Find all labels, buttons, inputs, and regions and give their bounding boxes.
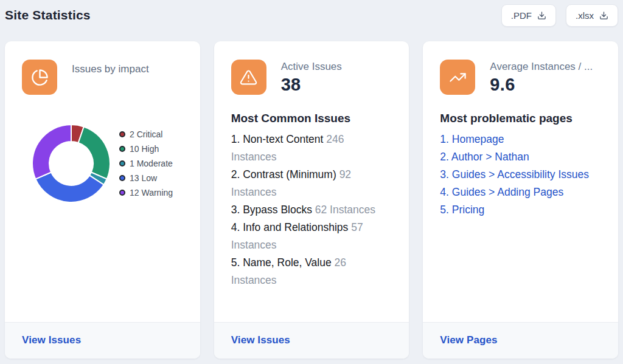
legend-item-moderate[interactable]: 1 Moderate <box>119 156 173 171</box>
active-issues-value: 38 <box>281 75 342 95</box>
legend-dot <box>119 160 125 167</box>
card-active-header: Active Issues 38 <box>214 41 409 95</box>
issue-name: 1. Non-text Content <box>231 133 324 145</box>
most-common-issues-title: Most Common Issues <box>231 112 392 125</box>
average-instances-label: Average Instances / ... <box>490 60 593 73</box>
card-active-footer: View Issues <box>214 322 409 359</box>
view-pages-link[interactable]: View Pages <box>440 334 497 346</box>
pie-chart-icon <box>22 60 57 95</box>
page-item: 2. Author > Nathan <box>440 148 601 166</box>
issue-item: 2. Contrast (Minimum) 92 Instances <box>231 166 392 201</box>
issue-item: 3. Bypass Blocks 62 Instances <box>231 201 392 219</box>
card-average-body: Most problematic pages 1. Homepage2. Aut… <box>423 95 618 219</box>
page-item: 3. Guides > Accessibility Issues <box>440 166 601 184</box>
page-link[interactable]: 4. Guides > Adding Pages <box>440 186 563 198</box>
impact-chart-row: 2 Critical10 High1 Moderate13 Low12 Warn… <box>5 123 200 204</box>
legend-item-warning[interactable]: 12 Warning <box>119 185 173 200</box>
page-header: Site Statistics .PDF .xlsx <box>0 0 623 30</box>
issue-item: 5. Name, Role, Value 26 Instances <box>231 254 392 289</box>
issue-name: 2. Contrast (Minimum) <box>231 168 336 180</box>
legend-label: 12 Warning <box>130 185 173 200</box>
issue-name: 3. Bypass Blocks <box>231 204 312 216</box>
issue-item: 4. Info and Relationships 57 Instances <box>231 219 392 254</box>
card-active-body: Most Common Issues 1. Non-text Content 2… <box>214 95 409 289</box>
average-instances-value: 9.6 <box>490 75 593 95</box>
card-average-header: Average Instances / ... 9.6 <box>423 41 618 95</box>
download-icon <box>537 11 546 20</box>
page-item: 4. Guides > Adding Pages <box>440 184 601 201</box>
legend-label: 13 Low <box>130 171 157 185</box>
most-problematic-pages-title: Most problematic pages <box>440 112 601 125</box>
legend-dot <box>119 146 125 152</box>
download-icon <box>599 11 608 20</box>
card-active-issues: Active Issues 38 Most Common Issues 1. N… <box>214 41 409 359</box>
page-link[interactable]: 2. Author > Nathan <box>440 151 529 163</box>
card-impact-header: Issues by impact <box>5 41 200 95</box>
export-xlsx-button[interactable]: .xlsx <box>566 4 618 27</box>
card-impact-footer: View Issues <box>5 322 200 359</box>
warning-triangle-icon <box>231 60 266 95</box>
legend-label: 2 Critical <box>130 127 162 142</box>
legend-dot <box>119 131 125 137</box>
issue-count: 62 Instances <box>312 204 375 216</box>
trending-up-icon <box>440 60 475 95</box>
page-link[interactable]: 3. Guides > Accessibility Issues <box>440 168 589 180</box>
card-impact-title: Issues by impact <box>72 60 149 75</box>
card-average-footer: View Pages <box>423 322 618 359</box>
common-issues-list: 1. Non-text Content 246 Instances2. Cont… <box>231 131 392 289</box>
legend-item-low[interactable]: 13 Low <box>119 171 173 185</box>
legend-label: 1 Moderate <box>130 156 173 171</box>
legend-dot <box>119 175 125 181</box>
donut-slice-warning[interactable] <box>32 125 71 179</box>
card-average-instances: Average Instances / ... 9.6 Most problem… <box>423 41 618 359</box>
donut-slice-high[interactable] <box>78 126 110 179</box>
export-xlsx-label: .xlsx <box>576 10 594 21</box>
stats-cards: Issues by impact 2 Critical10 High1 Mode… <box>5 41 618 359</box>
view-issues-link[interactable]: View Issues <box>231 334 290 346</box>
page-link[interactable]: 5. Pricing <box>440 204 484 216</box>
page-title: Site Statistics <box>5 8 91 22</box>
export-pdf-label: .PDF <box>511 10 532 21</box>
issue-name: 5. Name, Role, Value <box>231 256 332 269</box>
view-issues-link[interactable]: View Issues <box>22 334 81 346</box>
page-item: 5. Pricing <box>440 201 601 219</box>
legend-label: 10 High <box>130 142 159 156</box>
issues-donut-chart <box>30 123 112 204</box>
issue-item: 1. Non-text Content 246 Instances <box>231 131 392 166</box>
legend-item-high[interactable]: 10 High <box>119 142 173 156</box>
card-issues-by-impact: Issues by impact 2 Critical10 High1 Mode… <box>5 41 200 359</box>
active-issues-label: Active Issues <box>281 60 342 73</box>
page-link[interactable]: 1. Homepage <box>440 133 504 145</box>
problematic-pages-list: 1. Homepage2. Author > Nathan3. Guides >… <box>440 131 601 219</box>
export-pdf-button[interactable]: .PDF <box>501 4 556 27</box>
legend-item-critical[interactable]: 2 Critical <box>119 127 173 142</box>
issue-name: 4. Info and Relationships <box>231 221 349 233</box>
page-item: 1. Homepage <box>440 131 601 148</box>
legend-dot <box>119 190 125 196</box>
donut-legend: 2 Critical10 High1 Moderate13 Low12 Warn… <box>119 127 173 200</box>
export-buttons: .PDF .xlsx <box>501 4 618 27</box>
